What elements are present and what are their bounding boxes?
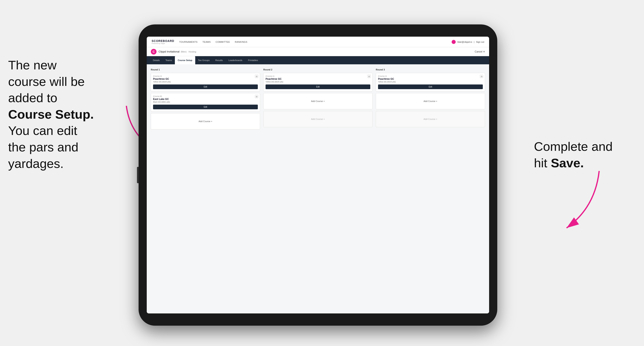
nav-committee[interactable]: COMMITTEE: [216, 41, 230, 43]
arrow-right: [546, 167, 612, 232]
round3-course-a-edit-button[interactable]: Edit: [378, 84, 483, 89]
tab-bar: Details Teams Course Setup Tee Groups Re…: [147, 56, 489, 64]
nav-links: TOURNAMENTS TEAMS COMMITTEE RANKINGS: [179, 41, 452, 43]
round-3-column: Round 3 (Course A) Peachtree GC Yellow (…: [376, 68, 485, 131]
round1-add-course-button[interactable]: Add Course +: [151, 113, 260, 130]
round2-add-course-button[interactable]: Add Course +: [263, 93, 372, 109]
round1-course-a-edit-button[interactable]: Edit: [153, 84, 258, 89]
tablet-screen: SCOREBOARD Powered by clippd TOURNAMENTS…: [147, 37, 489, 314]
tournament-logo: C: [151, 49, 156, 54]
annotation-line6: the pars and: [8, 140, 78, 154]
user-email: blair@clippd.io: [457, 41, 472, 43]
tablet-side-button: [137, 167, 138, 183]
annotation-line2: course will be: [8, 74, 85, 89]
cancel-button[interactable]: Cancel ✕: [475, 50, 485, 53]
round3-add-course-label: Add Course +: [424, 100, 437, 102]
annotation-right-line1: Complete and: [534, 139, 612, 154]
round3-course-a-card: (Course A) Peachtree GC Yellow (M) (6629…: [376, 73, 485, 91]
rounds-container: Round 1 (Course A) Peachtree GC Yellow (…: [151, 68, 485, 131]
annotation-line1: The new: [8, 58, 57, 72]
right-annotation: Complete and hit Save.: [534, 138, 632, 171]
tab-results[interactable]: Results: [212, 56, 226, 64]
nav-separator: |: [474, 41, 474, 43]
round3-add-course-button[interactable]: Add Course +: [376, 93, 485, 109]
round2-add-course-disabled: Add Course +: [263, 111, 372, 127]
tournament-gender: (Men): [181, 50, 187, 53]
tab-leaderboards[interactable]: Leaderboards: [226, 56, 245, 64]
round3-course-a-name: Peachtree GC: [378, 78, 483, 80]
left-annotation: The new course will be added to Course S…: [8, 57, 126, 172]
top-nav: SCOREBOARD Powered by clippd TOURNAMENTS…: [147, 37, 489, 47]
tab-details[interactable]: Details: [150, 56, 163, 64]
tab-teams[interactable]: Teams: [163, 56, 175, 64]
round2-add-course-label: Add Course +: [311, 100, 325, 102]
annotation-line3: added to: [8, 91, 57, 105]
annotation-line5: You can edit: [8, 124, 77, 138]
round3-add-course-disabled: Add Course +: [376, 111, 485, 127]
tournament-hosting: Hosting: [188, 50, 196, 53]
round1-add-course-label: Add Course +: [198, 120, 212, 123]
sign-out-link[interactable]: Sign out: [476, 41, 484, 43]
tab-tee-groups[interactable]: Tee Groups: [195, 56, 212, 64]
tab-course-setup[interactable]: Course Setup: [175, 56, 195, 64]
round3-course-a-label: (Course A): [378, 75, 483, 77]
round1-course-a-name: Peachtree GC: [153, 78, 258, 80]
round1-course-b-card: (Course B) East Lake GC Black (M) (6891 …: [151, 93, 260, 112]
nav-rankings[interactable]: RANKINGS: [235, 41, 247, 43]
round-1-title: Round 1: [151, 68, 260, 71]
round-3-title: Round 3: [376, 68, 485, 71]
round2-add-course-disabled-label: Add Course +: [311, 118, 325, 120]
round1-course-b-edit-button[interactable]: Edit: [153, 105, 258, 109]
nav-tournaments[interactable]: TOURNAMENTS: [179, 41, 198, 43]
annotation-line4: Course Setup.: [8, 107, 94, 121]
user-avatar: [452, 40, 456, 44]
round3-course-a-tee: Yellow (M) (6629 yds): [378, 81, 483, 83]
round1-course-b-label: (Course B): [153, 95, 258, 97]
logo-scoreboard: SCOREBOARD: [152, 39, 174, 42]
round2-course-a-edit-button[interactable]: Edit: [266, 84, 370, 89]
logo-area: SCOREBOARD Powered by clippd: [152, 39, 174, 44]
tab-printables[interactable]: Printables: [245, 56, 261, 64]
round2-course-a-tee: Yellow (M) (6629 yds): [266, 81, 370, 83]
tournament-bar: C Clippd Invitational (Men) Hosting Canc…: [147, 47, 489, 56]
round1-course-a-card: (Course A) Peachtree GC Yellow (M) (6629…: [151, 73, 260, 91]
round1-course-a-tee: Yellow (M) (6629 yds): [153, 81, 258, 83]
round2-course-a-label: (Course A): [266, 75, 370, 77]
round-1-column: Round 1 (Course A) Peachtree GC Yellow (…: [151, 68, 260, 131]
round1-course-b-delete-button[interactable]: ⊟: [255, 95, 258, 98]
main-content: Round 1 (Course A) Peachtree GC Yellow (…: [147, 64, 489, 314]
nav-right: blair@clippd.io | Sign out: [452, 40, 484, 44]
round2-course-a-card: (Course A) Peachtree GC Yellow (M) (6629…: [263, 73, 372, 91]
round3-course-a-delete-button[interactable]: ⊟: [480, 75, 483, 78]
round-2-column: Round 2 (Course A) Peachtree GC Yellow (…: [263, 68, 372, 131]
nav-teams[interactable]: TEAMS: [202, 41, 210, 43]
tournament-name: Clippd Invitational: [158, 50, 180, 53]
tablet-shell: SCOREBOARD Powered by clippd TOURNAMENTS…: [138, 24, 497, 326]
annotation-line7: yardages.: [8, 157, 64, 171]
logo-powered: Powered by clippd: [152, 42, 174, 44]
round2-course-a-delete-button[interactable]: ⊟: [368, 75, 371, 78]
round1-course-a-delete-button[interactable]: ⊟: [255, 75, 258, 78]
round1-course-b-tee: Black (M) (6891 yds): [153, 101, 258, 103]
round1-course-b-name: East Lake GC: [153, 98, 258, 101]
round1-course-a-label: (Course A): [153, 75, 258, 77]
round-2-title: Round 2: [263, 68, 372, 71]
round2-course-a-name: Peachtree GC: [266, 78, 370, 80]
round3-add-course-disabled-label: Add Course +: [424, 118, 437, 120]
